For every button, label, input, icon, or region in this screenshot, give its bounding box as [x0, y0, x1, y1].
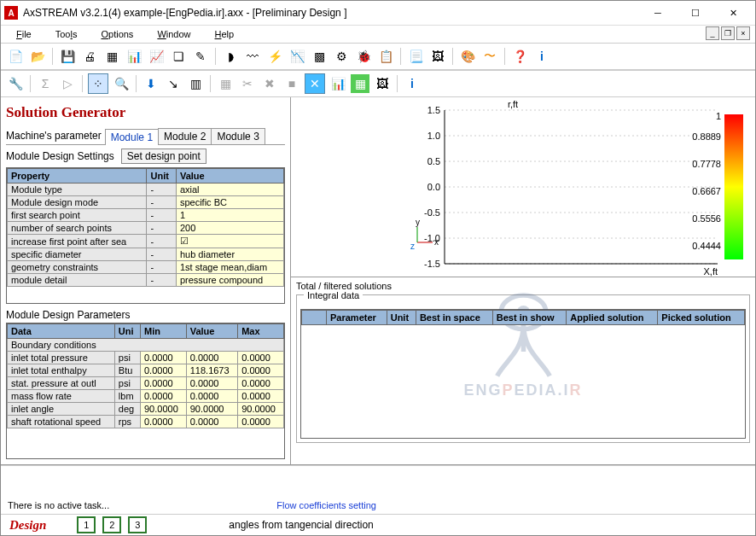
svg-text:x: x	[434, 237, 439, 247]
solution-generator-title: Solution Generator	[6, 104, 285, 121]
pick-icon[interactable]: ↘	[164, 74, 183, 93]
watermark: ENGPEDIA.IR	[463, 382, 582, 399]
tabs-prefix: Machine's parameter	[6, 128, 105, 144]
step-2-button[interactable]: 2	[102, 516, 121, 533]
chart-area[interactable]: r,ft 1.51.00.50.0-0.5-1.0-1.5 X,ft x y z…	[291, 97, 755, 277]
solver-icon[interactable]: ⚙	[332, 47, 351, 66]
down-icon[interactable]: ⬇	[142, 74, 160, 93]
svg-text:z: z	[410, 242, 415, 251]
export-icon[interactable]: 📃	[406, 47, 425, 66]
palette-icon[interactable]: 🎨	[458, 47, 477, 66]
menu-help[interactable]: Help	[203, 27, 247, 41]
wrench-icon[interactable]: 🔧	[6, 74, 25, 93]
menu-file[interactable]: File	[4, 27, 44, 41]
left-panel: Solution Generator Machine's parameter M…	[1, 97, 291, 464]
window-title: AxSTREAM v3.2.1(4) example-[EngPedia.ir]…	[23, 7, 639, 19]
results-icon[interactable]: 📋	[376, 47, 395, 66]
solutions-header: Total / filtered solutions	[296, 281, 750, 291]
app-icon: A	[4, 6, 18, 20]
cascade-icon[interactable]: ❏	[169, 47, 188, 66]
svg-text:-1.5: -1.5	[424, 259, 440, 269]
close-button[interactable]: ✕	[714, 2, 752, 24]
colorbar	[724, 114, 743, 259]
mdi-restore[interactable]: ❐	[721, 26, 735, 40]
mdi-minimize[interactable]: _	[706, 26, 719, 40]
flow-icon[interactable]: ⚡	[265, 47, 284, 66]
chart-title: r,ft	[508, 99, 518, 109]
line-chart-icon[interactable]: 📈	[147, 47, 166, 66]
integral-data-label: Integral data	[304, 290, 363, 300]
print-icon[interactable]: 🖨	[80, 47, 99, 66]
tab-module-1[interactable]: Module 1	[105, 129, 159, 145]
svg-text:1.0: 1.0	[427, 131, 440, 141]
bars-icon[interactable]: 📊	[329, 74, 347, 93]
bug-icon[interactable]: 🐞	[354, 47, 373, 66]
info2-icon[interactable]: i	[403, 74, 422, 93]
svg-text:0.0: 0.0	[427, 182, 440, 192]
solutions-grid[interactable]: ParameterUnitBest in spaceBest in showAp…	[300, 309, 746, 439]
open-icon[interactable]: 📂	[28, 47, 47, 66]
svg-text:0.5: 0.5	[427, 156, 440, 166]
stop-icon: ■	[282, 74, 301, 93]
scatter-icon[interactable]: ⁘	[88, 73, 108, 94]
design-label: Design	[9, 518, 46, 533]
info-icon[interactable]: i	[532, 47, 551, 66]
curve-icon[interactable]: 〰	[243, 47, 262, 66]
module-design-settings-label: Module Design Settings	[6, 150, 114, 162]
svg-text:-0.5: -0.5	[424, 207, 440, 218]
image-icon[interactable]: 🖼	[428, 47, 447, 66]
chart-icon[interactable]: 📊	[125, 47, 143, 66]
hist-icon[interactable]: ▥	[186, 74, 205, 93]
no-active-task-label: There is no active task...	[8, 500, 109, 510]
new-icon[interactable]: 📄	[6, 47, 25, 66]
save-icon[interactable]: 💾	[58, 47, 77, 66]
toolbar-solver: 🔧 Σ ▷ ⁘ 🔍 ⬇ ↘ ▥ ▦ ✂ ✖ ■ ✕ 📊 ▦ 🖼 i	[1, 70, 755, 97]
set-design-point-button[interactable]: Set design point	[121, 149, 206, 164]
maximize-button[interactable]: ☐	[677, 2, 714, 24]
minimize-button[interactable]: ─	[639, 2, 677, 24]
table-icon[interactable]: ▦	[102, 47, 121, 66]
sigma-icon: Σ	[36, 74, 55, 93]
step-3-button[interactable]: 3	[128, 516, 147, 533]
step-1-button[interactable]: 1	[77, 516, 96, 533]
grid-icon[interactable]: ▩	[310, 47, 329, 66]
pic-icon[interactable]: 🖼	[373, 74, 392, 93]
menu-options[interactable]: Options	[89, 27, 145, 41]
svg-text:y: y	[416, 218, 420, 227]
mesh-icon: ▦	[216, 74, 235, 93]
menu-tools[interactable]: Tools	[44, 27, 90, 41]
help-icon[interactable]: ❓	[510, 47, 529, 66]
del-icon: ✖	[260, 74, 279, 93]
menubar: File Tools Options Window Help _ ❐ ×	[1, 26, 755, 43]
tab-module-2[interactable]: Module 2	[158, 128, 212, 144]
mdi-close[interactable]: ×	[736, 26, 750, 40]
menu-window[interactable]: Window	[145, 27, 202, 41]
toolbar-main: 📄 📂 💾 🖨 ▦ 📊 📈 ❏ ✎ ◗ 〰 ⚡ 📉 ▩ ⚙ 🐞 📋 📃 🖼 🎨 …	[1, 43, 755, 70]
solutions-panel: Total / filtered solutions Integral data…	[291, 277, 755, 464]
spline-icon[interactable]: 〜	[480, 47, 499, 66]
module-design-parameters-label: Module Design Parameters	[6, 309, 285, 321]
tab-module-3[interactable]: Module 3	[211, 128, 265, 144]
parameters-grid[interactable]: DataUniMinValueMaxBoundary conditionsinl…	[6, 323, 285, 459]
svg-text:1.5: 1.5	[427, 105, 440, 115]
flow-coefficients-link[interactable]: Flow coefficients setting	[276, 500, 376, 510]
titlebar: A AxSTREAM v3.2.1(4) example-[EngPedia.i…	[1, 1, 755, 26]
chart-xlabel: X,ft	[703, 266, 718, 277]
sheet-icon[interactable]: ▦	[351, 74, 369, 93]
blade-icon[interactable]: ✎	[191, 47, 210, 66]
zoom-icon[interactable]: 🔍	[112, 74, 131, 93]
cut-icon: ✂	[238, 74, 257, 93]
right-panel: r,ft 1.51.00.50.0-0.5-1.0-1.5 X,ft x y z…	[291, 97, 755, 464]
graph-icon[interactable]: 📉	[288, 47, 306, 66]
angles-note: angles from tangencial direction	[229, 519, 373, 531]
play-icon: ▷	[58, 74, 77, 93]
settings-grid[interactable]: PropertyUnitValueModule type-axialModule…	[6, 167, 285, 304]
module-tabs: Machine's parameter Module 1 Module 2 Mo…	[6, 128, 285, 145]
profile-icon[interactable]: ◗	[221, 47, 240, 66]
x-select-icon[interactable]: ✕	[305, 73, 325, 94]
